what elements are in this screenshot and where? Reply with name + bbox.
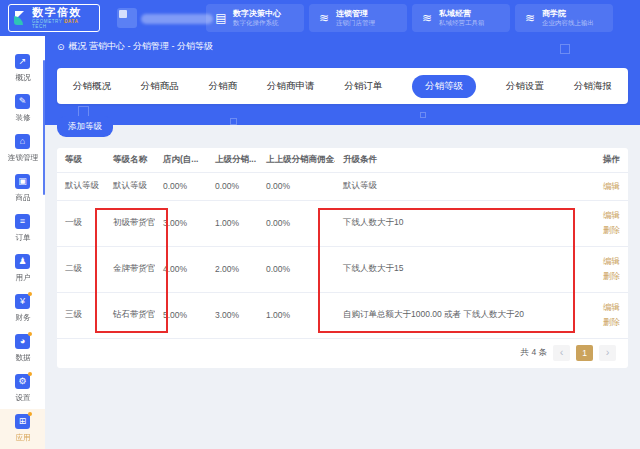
col-upgrade-condition: 升级条件 <box>335 148 592 172</box>
levels-table: 等级 等级名称 店内(自... 上级分销... 上上级分销商佣金... 升级条件… <box>57 148 628 339</box>
levels-table-card: 等级 等级名称 店内(自... 上级分销... 上上级分销商佣金... 升级条件… <box>57 148 628 368</box>
sidebar-item-overview[interactable]: ↗ 概况 <box>0 48 45 88</box>
brand-subtitle: GEOMETRY DATA TECH <box>32 20 94 29</box>
brand-title: 数字倍效 <box>32 7 94 18</box>
tab-distribution-posters[interactable]: 分销海报 <box>574 80 612 93</box>
col-in-store-rate: 店内(自... <box>155 148 207 172</box>
sidebar-item-label: 概况 <box>15 72 30 82</box>
cell-parent-rate: 1.00% <box>207 200 258 246</box>
sidebar-item-label: 用户 <box>15 272 30 282</box>
table-row: 三级 钻石带货官 5.00% 3.00% 1.00% 自购订单总额大于1000.… <box>57 292 628 338</box>
top-header: 数字倍效 GEOMETRY DATA TECH ▤ 数字决策中心 数字化操作系统… <box>0 0 640 36</box>
sidebar-item-settings[interactable]: ⚙ 设置 <box>0 369 45 409</box>
delete-link[interactable]: 删除 <box>600 315 620 330</box>
tab-distribution-orders[interactable]: 分销订单 <box>344 80 382 93</box>
pagination-total: 共 4 条 <box>521 347 547 359</box>
topnav-subtitle: 数字化操作系统 <box>233 20 281 27</box>
edit-link[interactable]: 编辑 <box>600 254 620 269</box>
sidebar-item-apps[interactable]: ⊞ 应用 <box>0 409 45 449</box>
cell-grandparent-rate: 0.00% <box>258 200 335 246</box>
tab-distribution-levels[interactable]: 分销等级 <box>412 75 476 98</box>
page-number-1[interactable]: 1 <box>576 345 593 361</box>
distribution-tab-bar: 分销概况 分销商品 分销商 分销商申请 分销订单 分销等级 分销设置 分销海报 <box>57 68 628 104</box>
sidebar-item-goods[interactable]: ▣ 商品 <box>0 168 45 208</box>
table-row: 二级 金牌带货官 4.00% 2.00% 0.00% 下线人数大于15 编辑 删… <box>57 246 628 292</box>
topnav-title: 数字决策中心 <box>233 10 281 18</box>
topnav-subtitle: 私域经营工具箱 <box>439 20 485 27</box>
store-name-redacted <box>141 14 213 24</box>
layers-icon: ≋ <box>317 12 331 24</box>
pagination: 共 4 条 ‹ 1 › <box>57 338 628 368</box>
sidebar-item-label: 商品 <box>15 192 30 202</box>
cell-in-store-rate: 4.00% <box>155 246 207 292</box>
tab-distributor-applications[interactable]: 分销商申请 <box>267 80 315 93</box>
col-grandparent-rate: 上上级分销商佣金... <box>258 148 335 172</box>
store-avatar <box>117 8 137 28</box>
sidebar-item-orders[interactable]: ≡ 订单 <box>0 208 45 248</box>
cell-parent-rate: 0.00% <box>207 172 258 200</box>
cell-parent-rate: 3.00% <box>207 292 258 338</box>
cell-level-name: 金牌带货官 <box>105 246 155 292</box>
add-level-button[interactable]: 添加等级 <box>57 116 113 137</box>
tab-distribution-overview[interactable]: 分销概况 <box>73 80 111 93</box>
orders-icon: ≡ <box>15 214 30 229</box>
sidebar-item-finance[interactable]: ¥ 财务 <box>0 289 45 329</box>
goods-icon: ▣ <box>15 174 30 189</box>
overview-chart-icon: ↗ <box>15 54 30 69</box>
deco-square <box>420 112 426 118</box>
sidebar-scrollbar[interactable] <box>43 60 46 195</box>
next-page-icon[interactable]: › <box>599 345 616 361</box>
brand-logo: 数字倍效 GEOMETRY DATA TECH <box>8 4 100 32</box>
tab-distribution-settings[interactable]: 分销设置 <box>506 80 544 93</box>
topnav-subtitle: 连锁门店管理 <box>336 20 375 27</box>
topnav-title: 连锁管理 <box>336 10 375 18</box>
topnav-title: 私域经营 <box>439 10 485 18</box>
cell-level: 三级 <box>57 292 105 338</box>
topnav-private-domain[interactable]: ≋ 私域经营 私域经营工具箱 <box>412 4 510 32</box>
tab-distributors[interactable]: 分销商 <box>209 80 238 93</box>
sidebar-item-data[interactable]: ◕ 数据 <box>0 329 45 369</box>
sidebar-item-label: 装修 <box>15 112 30 122</box>
finance-icon: ¥ <box>15 294 30 309</box>
col-level-name: 等级名称 <box>105 148 155 172</box>
table-row: 默认等级 默认等级 0.00% 0.00% 0.00% 默认等级 编辑 <box>57 172 628 200</box>
cell-level: 默认等级 <box>57 172 105 200</box>
delete-link[interactable]: 删除 <box>600 223 620 238</box>
cell-in-store-rate: 5.00% <box>155 292 207 338</box>
cell-parent-rate: 2.00% <box>207 246 258 292</box>
cell-grandparent-rate: 0.00% <box>258 172 335 200</box>
cell-upgrade-condition: 默认等级 <box>335 172 592 200</box>
delete-link[interactable]: 删除 <box>600 269 620 284</box>
layers-icon: ≋ <box>523 12 537 24</box>
app-root: 数字倍效 GEOMETRY DATA TECH ▤ 数字决策中心 数字化操作系统… <box>0 0 640 449</box>
location-pin-icon: ⊙ <box>57 42 65 52</box>
cell-in-store-rate: 0.00% <box>155 172 207 200</box>
edit-link[interactable]: 编辑 <box>600 300 620 315</box>
topnav-subtitle: 企业内容线上输出 <box>542 20 594 27</box>
cell-level-name: 默认等级 <box>105 172 155 200</box>
cell-level: 二级 <box>57 246 105 292</box>
layers-icon: ≋ <box>420 12 434 24</box>
sidebar-item-chain-management[interactable]: ⌂ 连锁管理 <box>0 128 45 168</box>
col-actions: 操作 <box>592 148 628 172</box>
cell-level-name: 钻石带货官 <box>105 292 155 338</box>
topnav-chain-management[interactable]: ≋ 连锁管理 连锁门店管理 <box>309 4 407 32</box>
topnav-business-school[interactable]: ≋ 商学院 企业内容线上输出 <box>515 4 613 32</box>
topnav-digital-decision-center[interactable]: ▤ 数字决策中心 数字化操作系统 <box>206 4 304 32</box>
edit-link[interactable]: 编辑 <box>600 208 620 223</box>
sidebar-item-decorate[interactable]: ✎ 装修 <box>0 88 45 128</box>
cell-in-store-rate: 3.00% <box>155 200 207 246</box>
topnav-title: 商学院 <box>542 10 594 18</box>
cell-level: 一级 <box>57 200 105 246</box>
prev-page-icon[interactable]: ‹ <box>553 345 570 361</box>
table-header-row: 等级 等级名称 店内(自... 上级分销... 上上级分销商佣金... 升级条件… <box>57 148 628 172</box>
sidebar-item-label: 设置 <box>15 393 30 403</box>
sidebar-item-label: 应用 <box>15 433 30 443</box>
sidebar: ↗ 概况 ✎ 装修 ⌂ 连锁管理 ▣ 商品 ≡ 订单 ♟ 用户 ¥ 财务 ◕ 数 <box>0 36 45 449</box>
brand-logo-icon <box>14 11 28 25</box>
sidebar-item-users[interactable]: ♟ 用户 <box>0 248 45 288</box>
table-row: 一级 初级带货官 3.00% 1.00% 0.00% 下线人数大于10 编辑 删… <box>57 200 628 246</box>
tab-distribution-goods[interactable]: 分销商品 <box>141 80 179 93</box>
breadcrumb: ⊙ 概况 营销中心 - 分销管理 - 分销等级 <box>57 40 213 53</box>
edit-link[interactable]: 编辑 <box>600 179 620 194</box>
